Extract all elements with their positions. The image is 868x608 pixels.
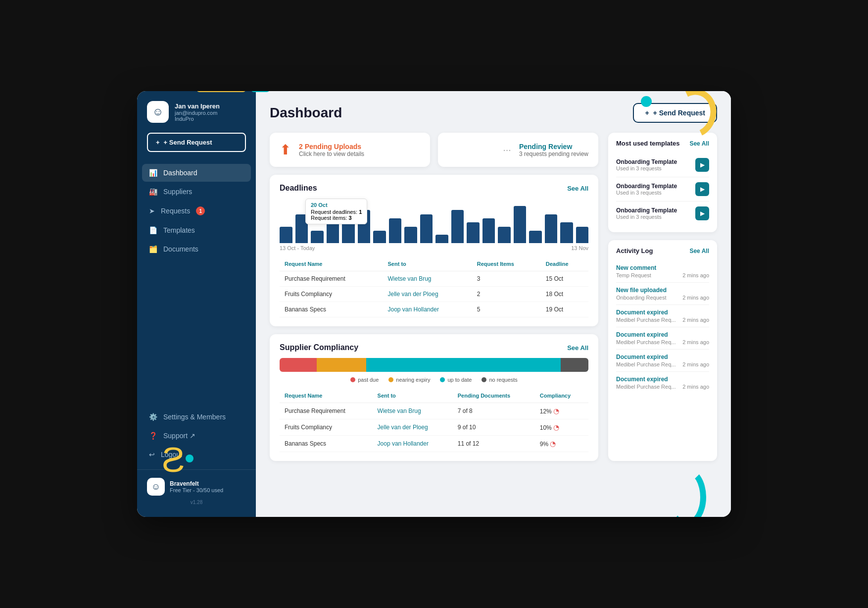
tooltip-deadlines-value: 1 — [359, 209, 362, 215]
pending-uploads-card[interactable]: ⬆ 2 Pending Uploads Click here to view d… — [270, 133, 430, 167]
chart-labels: 13 Oct - Today 13 Nov — [280, 245, 588, 251]
compliancy-segment — [317, 358, 366, 372]
dots-icon: ··· — [503, 144, 511, 155]
cell-sent-to[interactable]: Joop van Hollander — [373, 436, 453, 452]
deco-teal-dot2 — [186, 455, 193, 462]
tooltip-items: Request items: 3 — [311, 215, 362, 221]
compliancy-indicator: ◔ — [553, 407, 559, 415]
template-play-button[interactable]: ▶ — [695, 158, 709, 172]
cell-request-name: Fruits Compliancy — [280, 287, 383, 302]
table-row: Bananas Specs Joop van Hollander 5 19 Oc… — [280, 302, 588, 317]
bar-item[interactable] — [451, 210, 464, 243]
pending-review-card[interactable]: ··· Pending Review 3 requests pending re… — [438, 133, 598, 167]
template-info: Onboarding Template Used in 3 requests — [616, 207, 677, 220]
legend-item: nearing expiry — [388, 377, 430, 383]
templates-icon: 📄 — [149, 226, 157, 234]
template-play-button[interactable]: ▶ — [695, 206, 709, 220]
sidebar-item-support[interactable]: ❓ Support ↗ — [142, 427, 251, 445]
bar-item[interactable] — [514, 206, 527, 243]
bar-item[interactable] — [389, 218, 402, 243]
templates-list: Onboarding Template Used in 3 requests ▶… — [616, 153, 709, 225]
template-play-button[interactable]: ▶ — [695, 182, 709, 196]
legend-item: up to date — [440, 377, 472, 383]
bar-item[interactable] — [342, 222, 355, 243]
template-item[interactable]: Onboarding Template Used in 3 requests ▶ — [616, 177, 709, 202]
bar-item[interactable] — [498, 227, 511, 243]
compliancy-table: Request Name Sent to Pending Documents C… — [280, 389, 588, 452]
cell-pending: 7 of 8 — [453, 403, 535, 419]
sidebar-item-settings[interactable]: ⚙️ Settings & Members — [142, 408, 251, 426]
legend-dot — [440, 377, 445, 382]
col-request-name: Request Name — [280, 389, 373, 403]
activity-see-all[interactable]: See All — [689, 248, 709, 254]
cell-sent-to[interactable]: Jelle van der Ploeg — [383, 287, 472, 302]
sidebar-profile: ☺ Jan van Iperen jan@indupro.com InduPro — [137, 101, 256, 133]
sidebar-item-label: Requests — [161, 207, 190, 215]
cell-pending: 9 of 10 — [453, 419, 535, 436]
sidebar-item-requests[interactable]: ➤ Requests 1 — [142, 202, 251, 220]
bar-item[interactable] — [529, 231, 542, 243]
cell-request-name: Bananas Specs — [280, 436, 373, 452]
sidebar-item-logout[interactable]: ↩ Logout — [142, 446, 251, 463]
activity-time: 2 mins ago — [682, 272, 709, 278]
bar-item[interactable] — [311, 231, 324, 243]
cell-sent-to[interactable]: Joop van Hollander — [383, 302, 472, 317]
cell-sent-to[interactable]: Wietse van Brug — [373, 403, 453, 419]
bar-item[interactable] — [435, 235, 448, 243]
sidebar-send-request-button[interactable]: + + Send Request — [147, 133, 246, 152]
cell-request-name: Bananas Specs — [280, 302, 383, 317]
cell-sent-to[interactable]: Wietse van Brug — [383, 271, 472, 287]
bar-item[interactable] — [373, 231, 386, 243]
legend-dot — [350, 377, 355, 382]
compliancy-section: Supplier Compliancy See All past duenear… — [270, 334, 598, 461]
bar-item[interactable] — [467, 222, 480, 243]
legend-label: up to date — [447, 377, 472, 383]
col-compliancy: Compliancy — [535, 389, 588, 403]
upload-icon: ⬆ — [280, 142, 291, 158]
templates-see-all[interactable]: See All — [689, 140, 709, 147]
sidebar-item-documents[interactable]: 🗂️ Documents — [142, 240, 251, 258]
deadlines-header: Deadlines See All — [280, 184, 588, 193]
bar-item[interactable] — [560, 222, 573, 243]
activity-detail-text: Temp Request — [616, 272, 651, 278]
chart-label-end: 13 Nov — [571, 245, 588, 251]
cell-pending: 11 of 12 — [453, 436, 535, 452]
main-body: ⬆ 2 Pending Uploads Click here to view d… — [256, 128, 731, 471]
main-header: Dashboard + + Send Request — [256, 91, 731, 128]
sidebar-item-templates[interactable]: 📄 Templates — [142, 221, 251, 239]
version-label: v1.28 — [137, 496, 256, 507]
compliancy-legend: past duenearing expiryup to dateno reque… — [280, 377, 588, 383]
plus-icon: + — [156, 139, 160, 146]
col-sent-to: Sent to — [383, 257, 472, 271]
compliancy-bar — [280, 358, 588, 372]
main-right: Most used templates See All Onboarding T… — [608, 133, 717, 461]
cell-deadline: 19 Oct — [541, 302, 588, 317]
bar-item[interactable] — [576, 227, 589, 243]
logout-icon: ↩ — [149, 451, 155, 458]
compliancy-segment — [561, 358, 588, 372]
template-name: Onboarding Template — [616, 158, 677, 165]
deadlines-table: Request Name Sent to Request Items Deadl… — [280, 257, 588, 317]
legend-item: past due — [350, 377, 379, 383]
deadlines-see-all[interactable]: See All — [567, 185, 588, 192]
sidebar-item-dashboard[interactable]: 📊 Dashboard — [142, 164, 251, 182]
template-item[interactable]: Onboarding Template Used in 3 requests ▶ — [616, 202, 709, 225]
deco-teal-top — [251, 91, 270, 92]
cell-items: 5 — [472, 302, 541, 317]
activity-detail: Medibel Purchase Req... 2 mins ago — [616, 339, 709, 345]
compliancy-see-all[interactable]: See All — [567, 344, 588, 352]
cell-sent-to[interactable]: Jelle van der Ploeg — [373, 419, 453, 436]
compliancy-indicator: ◔ — [550, 440, 556, 448]
sidebar-item-suppliers[interactable]: 🏭 Suppliers — [142, 183, 251, 201]
template-info: Onboarding Template Used in 3 requests — [616, 158, 677, 171]
bar-item[interactable] — [482, 218, 495, 243]
tooltip-deadlines: Request deadlines: 1 — [311, 209, 362, 215]
bar-item[interactable] — [420, 214, 433, 243]
bar-item[interactable] — [280, 227, 292, 243]
bar-item[interactable] — [404, 227, 417, 243]
template-item[interactable]: Onboarding Template Used in 3 requests ▶ — [616, 153, 709, 177]
bar-item[interactable] — [545, 214, 558, 243]
template-name: Onboarding Template — [616, 183, 677, 190]
plus-icon: + — [645, 109, 649, 117]
compliancy-indicator: ◔ — [553, 423, 559, 431]
